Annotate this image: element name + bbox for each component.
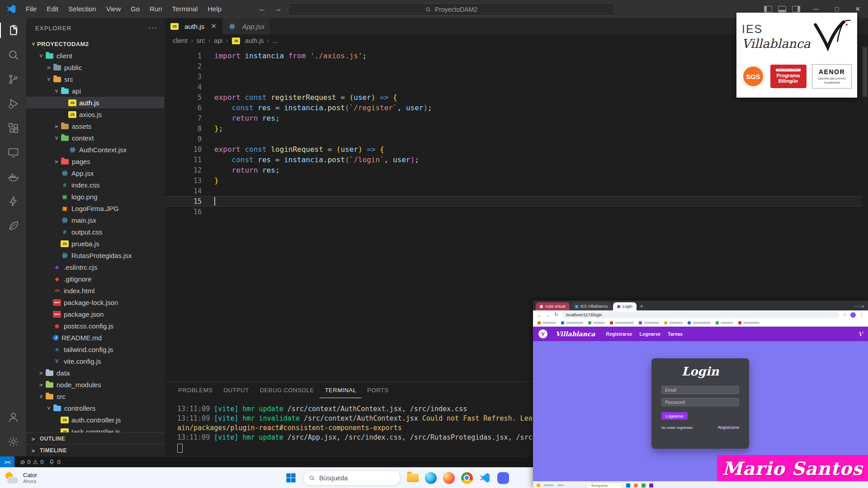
breadcrumb-item[interactable]: ... <box>273 37 278 44</box>
panel-tab-ports[interactable]: PORTS <box>362 382 394 398</box>
tree-folder-context[interactable]: >context <box>26 132 165 144</box>
tree-file-rutasprotegidas.jsx[interactable]: RutasProtegidas.jsx <box>26 249 165 261</box>
tree-file-index.html[interactable]: <>index.html <box>26 285 165 296</box>
menu-selection[interactable]: Selection <box>63 0 101 18</box>
tree-folder-src[interactable]: >src <box>26 73 165 85</box>
extensions-icon[interactable] <box>0 116 26 140</box>
tree-file-postcss.config.js[interactable]: ◉postcss.config.js <box>26 320 165 332</box>
edge-taskbar-icon[interactable] <box>425 472 437 484</box>
code-line-16[interactable]: 16 <box>165 206 862 217</box>
remote-explorer-icon[interactable] <box>0 140 26 164</box>
register-link[interactable]: Registrarse <box>718 425 739 430</box>
search-icon[interactable] <box>0 42 26 67</box>
tree-folder-proyectodam2[interactable]: >PROYECTODAM2 <box>26 38 165 50</box>
source-control-icon[interactable] <box>0 67 26 91</box>
back-icon[interactable]: ← <box>259 5 266 14</box>
browser-tab-aula-virtual[interactable]: Aula virtual <box>536 302 570 310</box>
tree-folder-controllers[interactable]: >controllers <box>26 402 165 414</box>
tree-file-prueba.js[interactable]: JSprueba.js <box>26 238 165 249</box>
refresh-icon[interactable]: ↻ <box>554 312 558 318</box>
nav-link-tareas[interactable]: Tareas <box>668 331 683 337</box>
menu-edit[interactable]: Edit <box>42 0 63 18</box>
panel-tab-debug-console[interactable]: DEBUG CONSOLE <box>255 382 320 398</box>
close-icon[interactable]: ✕ <box>211 22 217 30</box>
taskbar-search[interactable]: ⌕ Búsqueda <box>585 483 623 488</box>
email-input[interactable] <box>661 386 739 394</box>
code-line-12[interactable]: 12 return res; <box>165 165 862 175</box>
taskbar-search[interactable]: Búsqueda <box>303 470 401 486</box>
browser-menu-icon[interactable]: ⋮ <box>859 312 864 317</box>
menu-file[interactable]: File <box>21 0 42 18</box>
code-line-9[interactable]: 9 <box>165 134 862 144</box>
toggle-sidebar-icon[interactable] <box>764 6 772 12</box>
tree-file-main.jsx[interactable]: main.jsx <box>26 214 165 226</box>
bookmark-item[interactable] <box>561 321 583 324</box>
new-tab-button[interactable]: + <box>638 303 645 310</box>
menu-run[interactable]: Run <box>145 0 167 18</box>
bookmark-item[interactable] <box>664 321 683 324</box>
account-icon[interactable] <box>0 405 26 429</box>
bookmark-item[interactable] <box>588 321 605 324</box>
profile-avatar[interactable] <box>850 312 856 318</box>
tree-file-auth.js[interactable]: JSauth.js <box>26 97 165 108</box>
breadcrumb-item[interactable]: client <box>173 37 188 44</box>
tree-file-logofirma.jpg[interactable]: ▣LogoFirma.JPG <box>26 202 165 214</box>
start-button[interactable] <box>285 472 297 484</box>
tree-file-tailwind.config.js[interactable]: ≈tailwind.config.js <box>26 343 165 355</box>
bookmark-star-icon[interactable]: ☆ <box>843 312 847 317</box>
breadcrumb-item[interactable]: api <box>214 37 222 44</box>
tree-folder-assets[interactable]: >assets <box>26 120 165 132</box>
editor-tab-auth.js[interactable]: JSauth.js✕ <box>165 18 222 34</box>
tree-file-logo.png[interactable]: ▣logo.png <box>26 191 165 202</box>
forward-icon[interactable]: → <box>546 312 551 318</box>
tree-file-vite.config.js[interactable]: Vvite.config.js <box>26 355 165 367</box>
code-line-15[interactable]: 15 <box>165 196 862 206</box>
tree-folder-data[interactable]: >data <box>26 367 165 379</box>
tree-file-index.css[interactable]: #index.css <box>26 179 165 191</box>
app-icon[interactable] <box>626 483 630 488</box>
problems-status[interactable]: ⊘ 0 ⚠ 0 <box>20 459 43 465</box>
toggle-panel-icon[interactable] <box>778 6 786 12</box>
bookmark-item[interactable] <box>688 321 711 324</box>
settings-icon[interactable] <box>0 429 26 454</box>
back-icon[interactable]: ← <box>537 312 542 318</box>
login-button[interactable]: Logearse <box>661 412 688 420</box>
code-line-10[interactable]: 10export const loginRequest = (user) => … <box>165 144 862 155</box>
tree-file-axios.js[interactable]: JSaxios.js <box>26 108 165 120</box>
timeline-section[interactable]: > TIMELINE <box>26 444 165 456</box>
firefox-taskbar-icon[interactable] <box>443 472 455 484</box>
scrollbar-thumb[interactable] <box>863 47 867 97</box>
code-line-13[interactable]: 13} <box>165 175 862 186</box>
forward-icon[interactable]: → <box>274 5 282 14</box>
weather-widget[interactable]: Calor Ahora <box>5 468 37 488</box>
menu-terminal[interactable]: Terminal <box>167 0 203 18</box>
command-center-search[interactable]: ProyectoDAM2 <box>288 3 614 16</box>
tree-folder-client[interactable]: >client <box>26 50 165 61</box>
bookmark-item[interactable] <box>716 321 733 324</box>
tree-file-readme.md[interactable]: iREADME.md <box>26 332 165 343</box>
discord-taskbar-icon[interactable] <box>497 472 509 484</box>
nav-link-logearse[interactable]: Logearse <box>639 331 660 337</box>
panel-tab-output[interactable]: OUTPUT <box>218 382 254 398</box>
vscode-taskbar-icon[interactable] <box>479 472 491 484</box>
menu-view[interactable]: View <box>101 0 126 18</box>
bookmark-item[interactable] <box>738 321 760 324</box>
explorer-icon[interactable] <box>0 18 26 42</box>
tree-folder-pages[interactable]: >pages <box>26 155 165 167</box>
tree-file-output.css[interactable]: #output.css <box>26 226 165 238</box>
file-explorer-taskbar-icon[interactable] <box>406 472 419 484</box>
browser-window-controls[interactable]: ─ □ ✕ <box>854 305 868 310</box>
outline-section[interactable]: > OUTLINE <box>26 432 165 445</box>
notification-status[interactable]: 0 <box>49 459 60 466</box>
tree-folder-public[interactable]: >public <box>26 61 165 73</box>
app-icon[interactable] <box>649 483 653 488</box>
menu-help[interactable]: Help <box>203 0 226 18</box>
remote-indicator[interactable]: >< <box>0 456 14 468</box>
browser-tab-login[interactable]: Login <box>613 302 637 310</box>
spring-icon[interactable] <box>0 213 26 238</box>
code-line-7[interactable]: 7 return res; <box>165 113 862 123</box>
app-icon[interactable] <box>634 483 638 488</box>
more-actions-icon[interactable]: ··· <box>148 23 157 33</box>
menu-go[interactable]: Go <box>126 0 145 18</box>
breadcrumb-item[interactable]: JSauth.js <box>231 37 264 44</box>
